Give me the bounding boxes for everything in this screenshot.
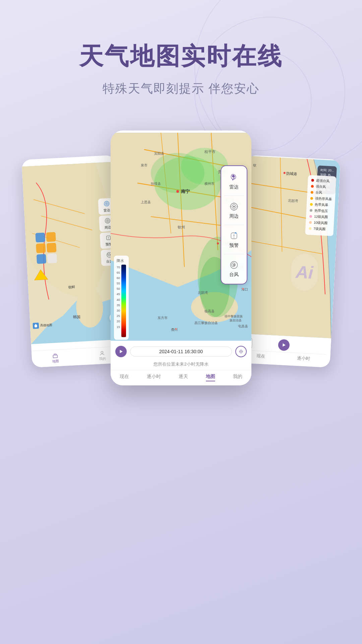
svg-point-24 — [108, 239, 109, 239]
svg-point-21 — [107, 220, 108, 221]
toolbar-typhoon-label: 台风 — [229, 272, 239, 278]
dot-strong-tropical — [310, 197, 313, 200]
tab-map[interactable]: 地图 — [206, 374, 215, 382]
left-map-area: 韩国 朝鲜 雷达 周边 — [21, 155, 125, 351]
toolbar-nearby-label: 周边 — [229, 213, 239, 219]
dot-tropical-storm — [310, 203, 313, 206]
svg-text:宾阳县: 宾阳县 — [154, 152, 164, 155]
phones-container: 韩国 朝鲜 雷达 周边 — [0, 117, 362, 399]
svg-text:临高县: 临高县 — [204, 309, 215, 313]
tab-mine[interactable]: 我的 — [233, 374, 242, 382]
legend-bar: 70 65 60 55 50 45 40 35 30 25 20 15 — [117, 265, 126, 337]
svg-text:上思县: 上思县 — [141, 200, 151, 204]
no-rain-message: 您所在位置未来2小时无降水 — [111, 360, 251, 369]
legend-tropical-low: 热带低压 — [310, 208, 331, 214]
play-button[interactable] — [115, 346, 127, 357]
svg-text:东方市: 东方市 — [158, 316, 168, 320]
time-display: 2024-01-11 16:30:00 — [130, 346, 232, 357]
radar-icon — [103, 200, 111, 208]
playback-bar: 2024-01-11 16:30:00 — [111, 343, 251, 360]
tab-active-indicator — [206, 381, 215, 382]
location-button[interactable] — [235, 346, 247, 357]
svg-rect-10 — [47, 243, 56, 253]
tab-hourly[interactable]: 逐小时 — [147, 374, 161, 382]
tab-daily[interactable]: 逐天 — [179, 374, 188, 382]
toolbar-radar-icon — [229, 172, 239, 183]
toolbar-divider-3 — [224, 254, 244, 254]
svg-point-18 — [106, 203, 107, 204]
right-legend: 超强台风 强台风 台风 强热带风暴 — [305, 175, 336, 236]
toolbar-radar[interactable]: 雷达 — [224, 169, 244, 194]
legend-typhoon: 台风 — [310, 190, 332, 196]
svg-point-93 — [241, 351, 242, 352]
legend-color-bar — [121, 265, 126, 337]
center-bottom-section: 2024-01-11 16:30:00 您所在位置未来2小时无降水 现在 逐小时 — [111, 343, 251, 386]
legend-strong-typhoon: 强台风 — [311, 184, 333, 190]
toolbar-warning-label: 预警 — [229, 243, 239, 249]
nearby-icon — [104, 217, 111, 224]
tab-current[interactable]: 现在 — [120, 374, 129, 382]
right-tab-current[interactable]: 现在 — [256, 353, 265, 359]
dot-typhoon — [311, 191, 313, 194]
toolbar-warning-icon — [229, 230, 239, 241]
svg-point-87 — [234, 237, 234, 238]
svg-text:横州市: 横州市 — [204, 182, 215, 185]
svg-marker-91 — [120, 350, 123, 353]
right-map-area: 防城港 钦 北部湾 时间: 20... 等级: 热... 气压: 99... 移… — [237, 155, 341, 339]
dot-super-typhoon — [311, 179, 314, 181]
dot-12-circle — [309, 215, 312, 218]
svg-text:屯昌县: 屯昌县 — [238, 324, 248, 328]
svg-rect-12 — [47, 254, 57, 263]
svg-point-77 — [232, 179, 234, 180]
sub-title: 特殊天气即刻提示 伴您安心 — [20, 80, 342, 97]
svg-rect-32 — [53, 355, 57, 358]
svg-point-80 — [233, 206, 235, 207]
svg-point-76 — [233, 178, 235, 179]
legend-10-circle: 10级风圈 — [309, 220, 331, 226]
left-radar-label: 雷达 — [104, 208, 111, 213]
svg-text:北部湾: 北部湾 — [198, 291, 208, 294]
svg-text:北部湾: 北部湾 — [288, 199, 298, 203]
legend-tropical-storm: 热带风暴 — [310, 202, 332, 208]
svg-point-45 — [151, 153, 204, 193]
toolbar-typhoon[interactable]: 台风 — [224, 256, 244, 281]
svg-rect-9 — [36, 243, 46, 253]
svg-point-48 — [176, 190, 179, 193]
svg-text:昌江黎族自治县: 昌江黎族自治县 — [194, 321, 218, 325]
toolbar-divider-2 — [224, 225, 244, 225]
toolbar-warning[interactable]: 预警 — [224, 227, 244, 252]
right-play-btn[interactable] — [278, 339, 290, 351]
ai-label: Ai — [295, 262, 314, 283]
toolbar-nearby-icon — [229, 201, 239, 212]
svg-text:朝鲜: 朝鲜 — [68, 285, 75, 289]
legend-7-circle: 7级风圈 — [309, 226, 330, 232]
toolbar-nearby[interactable]: 周边 — [224, 198, 244, 223]
dot-strong-typhoon — [311, 185, 314, 187]
svg-point-50 — [217, 243, 219, 245]
svg-text:防城港: 防城港 — [286, 171, 297, 176]
svg-marker-112 — [283, 343, 286, 347]
svg-text:泉市: 泉市 — [141, 163, 147, 167]
svg-rect-8 — [46, 232, 56, 242]
phone-right: 防城港 钦 北部湾 时间: 20... 等级: 热... 气压: 99... 移… — [236, 155, 341, 368]
svg-rect-7 — [35, 232, 45, 242]
left-nav-map[interactable]: 地图 — [52, 353, 59, 364]
svg-text:桂平市: 桂平市 — [204, 150, 216, 154]
main-title: 天气地图实时在线 — [20, 40, 342, 72]
ai-badge: Ai — [290, 253, 319, 291]
dot-tropical-low — [310, 209, 312, 212]
svg-text:南宁: 南宁 — [181, 189, 190, 194]
header-section: 天气地图实时在线 特殊天气即刻提示 伴您安心 — [0, 0, 362, 117]
dot-7-circle — [309, 227, 311, 230]
svg-text:扶绥县: 扶绥县 — [150, 182, 161, 185]
svg-point-75 — [175, 328, 177, 330]
map-watermark-left: 高德地图 — [33, 322, 52, 329]
right-tab-hourly[interactable]: 逐小时 — [297, 355, 310, 362]
center-map-area: 南宁 防城港 北海 桂平市 贵港 泉市 宾阳县 扶绥县 横州市 上思县 浦北县 … — [111, 130, 251, 343]
left-nav-mine[interactable]: 我的 — [99, 350, 106, 361]
svg-text:钦: 钦 — [253, 163, 257, 167]
phone-center: 南宁 防城港 北海 桂平市 贵港 泉市 宾阳县 扶绥县 横州市 上思县 浦北县 … — [111, 130, 251, 385]
svg-point-33 — [101, 351, 103, 354]
svg-text:族自治县: 族自治县 — [230, 319, 242, 322]
svg-text:琼中黎族苗族: 琼中黎族苗族 — [225, 315, 243, 318]
